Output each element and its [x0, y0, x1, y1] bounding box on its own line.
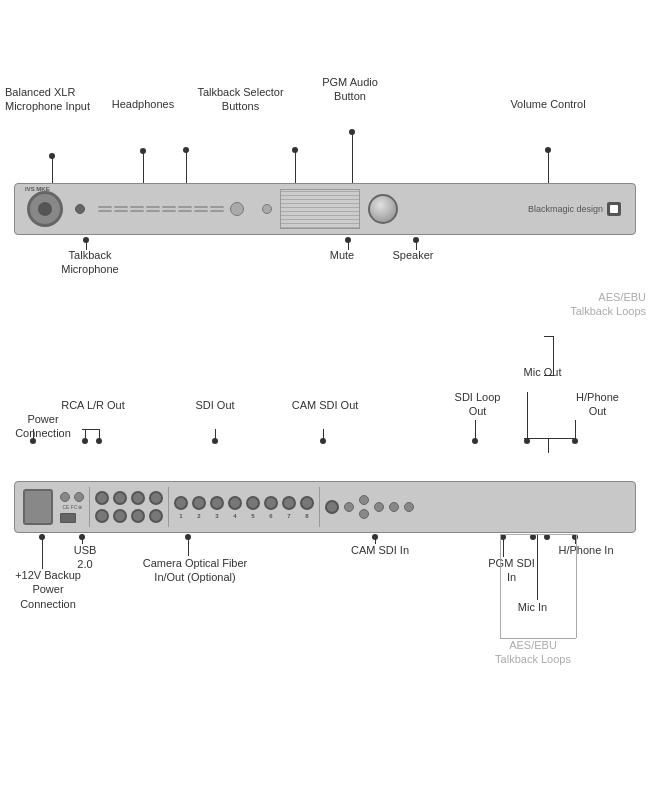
- cam-sdi-6: [264, 496, 278, 510]
- label-pgm-sdi-in: PGM SDI In: [484, 556, 539, 585]
- label-power-conn: Power Connection: [8, 412, 78, 441]
- line-mic-in-v: [537, 534, 538, 600]
- label-aes-ebu-top: AES/EBU Talkback Loops: [556, 290, 646, 319]
- line-xlr: [52, 157, 53, 183]
- line-pgm-sdi: [503, 534, 504, 557]
- fiber-port-5: [131, 491, 145, 505]
- line-vol: [548, 151, 549, 183]
- btn-14[interactable]: [178, 210, 192, 212]
- pgm-button[interactable]: [230, 202, 244, 216]
- line-hphone-out: [575, 420, 576, 439]
- usb-port: [60, 513, 76, 523]
- cam-sdi-4: [228, 496, 242, 510]
- btn-9[interactable]: [98, 210, 112, 212]
- sep1: [89, 487, 90, 527]
- line-mic-out: [527, 392, 528, 439]
- line-tb-left: [186, 151, 187, 183]
- btn-11[interactable]: [130, 210, 144, 212]
- btn-7[interactable]: [194, 206, 208, 208]
- bracket-aes-bottom: [500, 638, 576, 639]
- label-mute: Mute: [322, 248, 362, 262]
- btn-13[interactable]: [162, 210, 176, 212]
- button-grid-area: [98, 206, 224, 212]
- mic-in-1: [359, 495, 369, 505]
- label-balanced-xlr: Balanced XLR Microphone Input: [5, 85, 95, 114]
- speaker-grille: [280, 189, 360, 229]
- btn-1[interactable]: [98, 206, 112, 208]
- line-sdi-out: [215, 429, 216, 439]
- fiber-port-4: [113, 509, 127, 523]
- fiber-port-6: [131, 509, 145, 523]
- line-rca2: [99, 429, 100, 439]
- label-mic-in: Mic In: [510, 600, 555, 614]
- fiber-port-8: [149, 509, 163, 523]
- btn-10[interactable]: [114, 210, 128, 212]
- btn-6[interactable]: [178, 206, 192, 208]
- sdi-loop-out-port: [374, 502, 384, 512]
- line-tb-right: [295, 151, 296, 183]
- dot-xlr: [49, 153, 55, 159]
- bracket-mic-hp-v: [548, 438, 549, 453]
- fiber-port-2: [95, 509, 109, 523]
- pgm-mic-hp-group: [324, 494, 415, 520]
- label-mic-out: Mic Out: [520, 365, 565, 379]
- hphone-out-port: [404, 502, 414, 512]
- line-cam-opt: [188, 534, 189, 556]
- btn-4[interactable]: [146, 206, 160, 208]
- label-talkback-selector: Talkback Selector Buttons: [183, 85, 298, 114]
- line-hp: [143, 152, 144, 183]
- brand-area: Blackmagic design: [406, 202, 629, 216]
- line-cam-sdi-in: [375, 534, 376, 544]
- brand-icon: [607, 202, 621, 216]
- cam-sdi-5: [246, 496, 260, 510]
- label-speaker: Speaker: [388, 248, 438, 262]
- bracket-top-right: [544, 336, 554, 337]
- label-cam-sdi-in: CAM SDI In: [340, 543, 420, 557]
- btn-5[interactable]: [162, 206, 176, 208]
- label-headphones: Headphones: [108, 97, 178, 111]
- cam-sdi-7: [282, 496, 296, 510]
- volume-knob[interactable]: [368, 194, 398, 224]
- btn-16[interactable]: [210, 210, 224, 212]
- btn-12[interactable]: [146, 210, 160, 212]
- label-talkback-mic: Talkback Microphone: [55, 248, 125, 277]
- rear-panel: CE FC⊕: [14, 481, 636, 533]
- line-mute: [348, 238, 349, 250]
- dot-pgm: [349, 129, 355, 135]
- label-camera-optical: Camera Optical Fiber In/Out (Optional): [135, 556, 255, 585]
- dot-tb-left: [183, 147, 189, 153]
- mute-button[interactable]: [262, 204, 272, 214]
- bracket-mic-hp-h: [524, 438, 576, 439]
- front-panel: IVS MKE: [14, 183, 636, 235]
- btn-2[interactable]: [114, 206, 128, 208]
- line-12v1: [42, 534, 43, 569]
- btn-8[interactable]: [210, 206, 224, 208]
- label-pgm-audio: PGM Audio Button: [310, 75, 390, 104]
- diagram-container: Balanced XLR Microphone Input Headphones…: [0, 0, 650, 794]
- cam-sdi-in-group: 1 2 3 4 5: [173, 495, 315, 519]
- label-hphone-out: H/Phone Out: [570, 390, 625, 419]
- btn-3[interactable]: [130, 206, 144, 208]
- cam-sdi-1: [174, 496, 188, 510]
- label-hphone-in: H/Phone In: [556, 543, 616, 557]
- line-cam-sdi-out: [323, 429, 324, 439]
- sep2: [168, 487, 169, 527]
- mic-out-port: [389, 502, 399, 512]
- label-plus12v: +12V Backup Power Connection: [8, 568, 88, 611]
- dot-hp: [140, 148, 146, 154]
- line-pgm: [352, 133, 353, 183]
- label-volume-control: Volume Control: [508, 97, 588, 111]
- cam-sdi-2: [192, 496, 206, 510]
- line-rca-h: [82, 429, 99, 430]
- pgm-sdi-in-port: [325, 500, 339, 514]
- btn-15[interactable]: [194, 210, 208, 212]
- fiber-ports-group: [94, 490, 164, 524]
- bracket-aes-left: [500, 534, 501, 638]
- xlr-socket-inner: [38, 202, 52, 216]
- bracket-aes-h: [500, 534, 576, 535]
- sep3: [319, 487, 320, 527]
- headphone-socket: [75, 204, 85, 214]
- dot-tb-right: [292, 147, 298, 153]
- label-aes-ebu-bottom: AES/EBU Talkback Loops: [488, 638, 578, 667]
- xlr-socket: [27, 191, 63, 227]
